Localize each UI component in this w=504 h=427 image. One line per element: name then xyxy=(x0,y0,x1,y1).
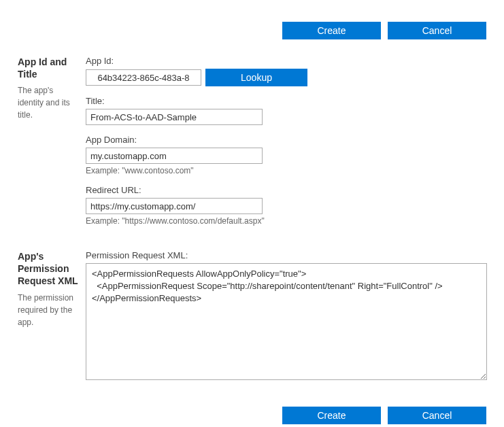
redirect-url-label: Redirect URL: xyxy=(86,185,486,195)
title-input[interactable] xyxy=(86,109,263,125)
section-side: App Id and Title The app's identity and … xyxy=(18,56,86,121)
app-id-label: App Id: xyxy=(86,56,486,66)
lookup-button[interactable]: Lookup xyxy=(205,69,307,86)
cancel-button[interactable]: Cancel xyxy=(388,22,486,39)
section-title: App Id and Title xyxy=(18,56,80,80)
section-main: App Id: Lookup Title: App Domain: Exampl… xyxy=(86,56,486,235)
create-button[interactable]: Create xyxy=(282,22,381,39)
bottom-button-row: Create Cancel xyxy=(18,407,486,424)
section-side: App's Permission Request XML The permiss… xyxy=(18,250,86,328)
app-domain-label: App Domain: xyxy=(86,135,486,145)
section-main: Permission Request XML: xyxy=(86,250,487,392)
field-app-domain: App Domain: Example: "www.contoso.com" xyxy=(86,135,486,175)
app-domain-hint: Example: "www.contoso.com" xyxy=(86,166,486,175)
section-app-id-title: App Id and Title The app's identity and … xyxy=(18,56,486,235)
field-redirect-url: Redirect URL: Example: "https://www.cont… xyxy=(86,185,486,226)
section-desc: The app's identity and its title. xyxy=(18,84,80,121)
create-button[interactable]: Create xyxy=(282,407,381,424)
field-app-id: App Id: Lookup xyxy=(86,56,486,86)
app-id-row: Lookup xyxy=(86,69,486,86)
redirect-url-input[interactable] xyxy=(86,198,263,214)
field-permission-xml: Permission Request XML: xyxy=(86,250,487,382)
title-label: Title: xyxy=(86,96,486,106)
permission-xml-label: Permission Request XML: xyxy=(86,250,487,260)
section-permission-xml: App's Permission Request XML The permiss… xyxy=(18,250,486,392)
section-title: App's Permission Request XML xyxy=(18,250,80,288)
field-title: Title: xyxy=(86,96,486,125)
app-domain-input[interactable] xyxy=(86,148,263,164)
redirect-url-hint: Example: "https://www.contoso.com/defaul… xyxy=(86,216,486,226)
top-button-row: Create Cancel xyxy=(18,22,486,39)
app-id-input[interactable] xyxy=(86,69,201,86)
section-desc: The permission required by the app. xyxy=(18,292,80,328)
permission-xml-textarea[interactable] xyxy=(86,263,487,380)
cancel-button[interactable]: Cancel xyxy=(388,407,486,424)
